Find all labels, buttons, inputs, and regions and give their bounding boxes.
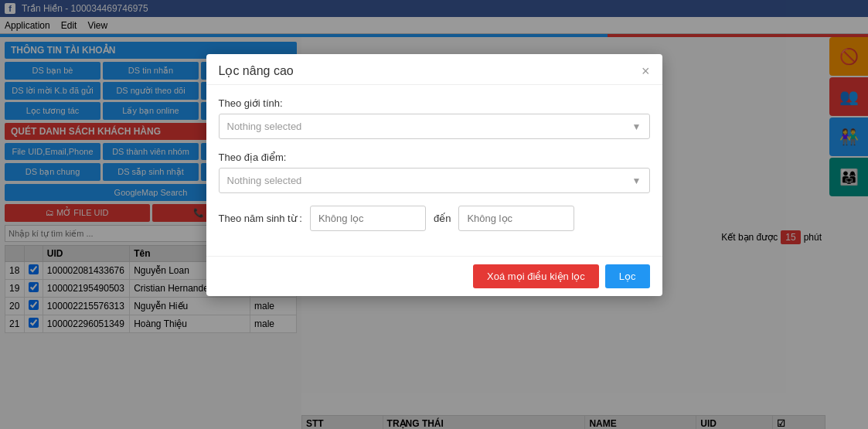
location-label: Theo địa điểm:: [219, 152, 650, 163]
modal-close-button[interactable]: ×: [642, 64, 650, 78]
modal-title: Lọc nâng cao: [219, 63, 294, 78]
modal-dialog: Lọc nâng cao × Theo giới tính: Nothing s…: [206, 54, 662, 296]
birth-label: Theo năm sinh từ :: [219, 213, 302, 224]
birth-to-input[interactable]: [458, 206, 574, 231]
modal-body: Theo giới tính: Nothing selected Nam Nữ …: [206, 85, 662, 256]
gender-label: Theo giới tính:: [219, 97, 650, 109]
modal-overlay[interactable]: Lọc nâng cao × Theo giới tính: Nothing s…: [0, 0, 868, 429]
birth-from-input[interactable]: [310, 206, 426, 231]
gender-filter-group: Theo giới tính: Nothing selected Nam Nữ …: [219, 97, 650, 139]
gender-select-wrapper: Nothing selected Nam Nữ ▼: [219, 114, 650, 139]
birth-row: Theo năm sinh từ : đến: [219, 206, 650, 231]
modal-header: Lọc nâng cao ×: [206, 54, 662, 85]
clear-filter-button[interactable]: Xoá mọi điều kiện lọc: [473, 264, 599, 288]
location-select[interactable]: Nothing selected: [220, 169, 649, 192]
filter-button[interactable]: Lọc: [605, 264, 650, 288]
birth-filter-group: Theo năm sinh từ : đến: [219, 206, 650, 231]
modal-footer: Xoá mọi điều kiện lọc Lọc: [206, 256, 662, 296]
gender-select[interactable]: Nothing selected Nam Nữ: [220, 114, 649, 138]
birth-to-label: đến: [434, 213, 451, 224]
location-filter-group: Theo địa điểm: Nothing selected ▼: [219, 152, 650, 193]
location-select-wrapper: Nothing selected ▼: [219, 168, 650, 193]
